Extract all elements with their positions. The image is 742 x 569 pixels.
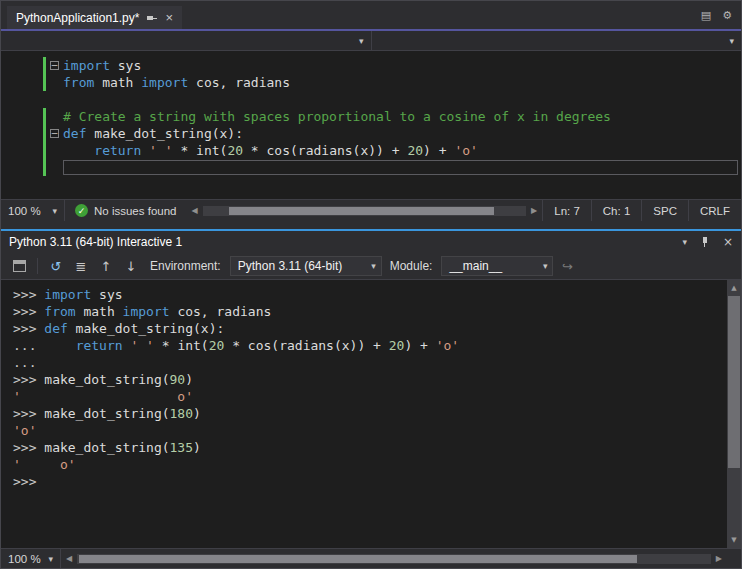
repl-line: >>> make_dot_string(135)	[13, 439, 727, 456]
close-tab-icon[interactable]: ×	[165, 11, 173, 24]
code-token: import	[63, 58, 110, 73]
breakpoint-margin[interactable]	[1, 74, 43, 91]
code-token: def	[44, 321, 67, 336]
navbar-scope-dropdown[interactable]: ▾	[1, 31, 372, 50]
environment-value: Python 3.11 (64-bit)	[238, 259, 343, 273]
document-health-indicator[interactable]: ✓ No issues found	[65, 204, 186, 217]
scroll-right-icon[interactable]: ▶	[526, 206, 542, 215]
fold-collapse-icon[interactable]: −	[50, 61, 59, 70]
code-line[interactable]	[1, 91, 741, 108]
scroll-left-icon[interactable]: ◀	[186, 206, 202, 215]
scroll-left-icon[interactable]: ◀	[61, 554, 77, 563]
code-token: 'o'	[13, 423, 36, 438]
breakpoint-margin[interactable]	[1, 125, 43, 142]
code-token: * cos(radians(x)) +	[224, 338, 388, 353]
module-dropdown[interactable]: __main__ ▾	[441, 256, 553, 276]
pane-splitter[interactable]	[1, 221, 741, 229]
scroll-right-icon[interactable]: ▶	[711, 554, 727, 563]
pin-panel-icon[interactable]	[700, 236, 710, 248]
document-tab[interactable]: PythonApplication1.py* ×	[7, 6, 182, 29]
panel-title: Python 3.11 (64-bit) Interactive 1	[9, 235, 182, 249]
code-token: make_dot_string(	[44, 406, 169, 421]
code-line[interactable]: −import sys	[1, 57, 741, 74]
code-token: 135	[170, 440, 193, 455]
code-token: ...	[13, 338, 76, 353]
code-token: )	[193, 406, 201, 421]
interactive-window-icon[interactable]	[8, 255, 30, 277]
window-layout-icon[interactable]: ▤	[701, 9, 711, 22]
repl-zoom-dropdown[interactable]: 100 % ▾	[1, 549, 61, 568]
code-token: >>>	[13, 440, 44, 455]
breakpoint-margin[interactable]	[1, 57, 43, 74]
code-token	[141, 143, 149, 158]
current-line-highlight	[63, 160, 738, 175]
fold-margin	[46, 108, 63, 125]
repl-vertical-scrollbar[interactable]: ▲ ▼	[727, 280, 741, 548]
reset-repl-icon[interactable]: ↺	[45, 255, 67, 277]
clear-screen-icon[interactable]: ≣	[70, 255, 92, 277]
history-previous-icon[interactable]: ↑	[95, 255, 117, 277]
scroll-up-icon[interactable]: ▲	[727, 284, 741, 292]
repl-line: ' o'	[13, 456, 727, 473]
toolbar-separator	[37, 258, 38, 274]
pin-tab-icon[interactable]	[146, 13, 158, 23]
environment-label: Environment:	[150, 259, 221, 273]
code-token: sys	[91, 287, 122, 302]
document-tab-title: PythonApplication1.py*	[16, 11, 139, 25]
environment-dropdown[interactable]: Python 3.11 (64-bit) ▾	[230, 256, 382, 276]
status-column-number[interactable]: Ch: 1	[591, 200, 642, 221]
document-tab-strip: PythonApplication1.py* × ▤ ⚙	[1, 1, 741, 29]
code-line[interactable]: # Create a string with spaces proportion…	[1, 108, 741, 125]
repl-line: >>> def make_dot_string(x):	[13, 320, 727, 337]
repl-line: >>> make_dot_string(90)	[13, 371, 727, 388]
code-token: 20	[227, 143, 243, 158]
editor-horizontal-scrollbar[interactable]	[203, 206, 526, 216]
fold-collapse-icon[interactable]: −	[50, 129, 59, 138]
scrollbar-thumb[interactable]	[728, 296, 740, 468]
code-token: 'o'	[436, 338, 459, 353]
fold-margin: −	[46, 125, 63, 142]
code-token: def	[63, 126, 86, 141]
editor-zoom-dropdown[interactable]: 100 % ▾	[1, 200, 65, 221]
repl-output[interactable]: >>> import sys>>> from math import cos, …	[1, 280, 727, 548]
scroll-down-icon[interactable]: ▼	[727, 536, 741, 544]
chevron-down-icon: ▾	[543, 261, 548, 271]
fold-margin: −	[46, 57, 63, 74]
code-token: >>>	[13, 474, 36, 489]
code-area[interactable]: −import sysfrom math import cos, radians…	[1, 51, 741, 199]
code-line-text: return ' ' * int(20 * cos(radians(x)) + …	[63, 142, 741, 159]
code-token: >>>	[13, 287, 44, 302]
code-line-text: from math import cos, radians	[63, 74, 741, 91]
breakpoint-margin[interactable]	[1, 91, 43, 108]
status-line-endings[interactable]: CRLF	[688, 200, 741, 221]
code-token: import	[123, 304, 170, 319]
breakpoint-margin[interactable]	[1, 159, 43, 176]
chevron-down-icon: ▾	[371, 261, 376, 271]
settings-gear-icon[interactable]: ⚙	[722, 9, 732, 22]
code-line-text: def make_dot_string(x):	[63, 125, 741, 142]
breakpoint-margin[interactable]	[1, 142, 43, 159]
code-line[interactable]: from math import cos, radians	[1, 74, 741, 91]
code-line[interactable]: return ' ' * int(20 * cos(radians(x)) + …	[1, 142, 741, 159]
history-next-icon[interactable]: ↓	[120, 255, 142, 277]
close-panel-icon[interactable]: ×	[723, 235, 733, 249]
check-circle-icon: ✓	[75, 204, 88, 217]
code-token: ) +	[404, 338, 435, 353]
panel-title-bar[interactable]: Python 3.11 (64-bit) Interactive 1 ▾ ×	[1, 231, 741, 253]
code-token: * int(	[173, 143, 228, 158]
code-token: 90	[170, 372, 186, 387]
repl-horizontal-scrollbar[interactable]	[77, 554, 711, 564]
code-line[interactable]	[1, 159, 741, 176]
code-token: cos, radians	[188, 75, 290, 90]
code-line[interactable]: −def make_dot_string(x):	[1, 125, 741, 142]
scrollbar-thumb[interactable]	[229, 207, 494, 215]
navbar-member-dropdown[interactable]: ▾	[372, 31, 742, 50]
breakpoint-margin[interactable]	[1, 108, 43, 125]
scrollbar-thumb[interactable]	[79, 555, 637, 563]
window-position-icon[interactable]: ▾	[682, 237, 687, 247]
status-line-number[interactable]: Ln: 7	[542, 200, 591, 221]
status-indent-mode[interactable]: SPC	[641, 200, 688, 221]
send-to-repl-icon: ↪	[556, 255, 578, 277]
module-label: Module:	[390, 259, 433, 273]
code-token: math	[76, 304, 123, 319]
